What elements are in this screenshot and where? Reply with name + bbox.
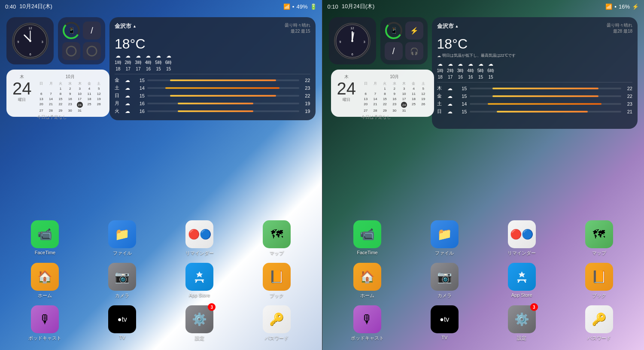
settings-icon-left[interactable]: ⚙️ 3: [185, 305, 213, 333]
left-clock-svg: 12 3 6 9: [13, 24, 48, 58]
app-home-left[interactable]: 🏠 ホーム: [28, 263, 62, 299]
svg-text:3: 3: [363, 40, 365, 43]
util-item-r3: /: [385, 42, 403, 60]
r-hourly-5: ☁ 5時 15: [477, 61, 484, 79]
app-facetime-left[interactable]: 📹 FaceTime: [28, 220, 62, 255]
left-weather-city: 金沢市 ▲: [115, 22, 137, 30]
svg-text:📱: 📱: [68, 27, 76, 34]
right-status-right: 📶 ▪ 16% ⚡: [605, 3, 639, 10]
files-icon-left[interactable]: 📁: [108, 220, 136, 248]
hourly-2: ☁ 2時 17: [125, 53, 132, 71]
maps-icon-left[interactable]: 🗺: [263, 220, 291, 248]
app-reminders-right[interactable]: 🔴🔵 リマインダー: [504, 220, 539, 256]
left-screen: 0:40 10月24日(木) 📶 ▪ 49% 🔋 12 3 6 9: [0, 0, 322, 350]
right-battery-pct: 16%: [619, 3, 630, 10]
home-icon-left[interactable]: 🏠: [31, 263, 59, 291]
reminders-icon-right[interactable]: 🔴🔵: [508, 220, 536, 248]
daily-row-4: 月 ☁ 16 19: [115, 100, 310, 107]
reminders-icon-left[interactable]: 🔴🔵: [185, 220, 213, 248]
right-cal-days: 日 月 火 水 木 金 土 1 2 3 4 5 6 7 8 9 10 11: [361, 81, 428, 113]
app-facetime-right[interactable]: 📹 FaceTime: [350, 220, 384, 255]
left-app-grid: 📹 FaceTime 📁 ファイル 🔴🔵 リマインダー 🗺: [6, 220, 316, 341]
camera-icon-left[interactable]: 📷: [108, 263, 136, 291]
slash-icon: /: [91, 26, 93, 36]
app-camera-left[interactable]: 📷 カメラ: [105, 263, 140, 299]
right-weather-hourly: ☁ 1時 18 ☁ 2時 17 ☁ 3時 16 ☁ 4時 16: [437, 61, 633, 82]
tv-icon-right[interactable]: ●tv: [431, 305, 459, 333]
left-weather-header: 金沢市 ▲ 曇り時々晴れ 最22 最15: [115, 22, 310, 34]
app-books-left[interactable]: 📙 ブック: [260, 263, 294, 299]
app-reminders-left[interactable]: 🔴🔵 リマインダー: [182, 220, 217, 256]
appstore-svg-left: [192, 269, 207, 284]
util-item-1: 📱: [62, 21, 80, 40]
app-books-right[interactable]: 📙 ブック: [582, 263, 616, 299]
books-icon-left[interactable]: 📙: [263, 263, 291, 291]
camera-icon-right[interactable]: 📷: [431, 263, 459, 291]
app-appstore-right[interactable]: App Store: [504, 263, 539, 298]
app-passwords-right[interactable]: 🔑 パスワード: [582, 305, 616, 341]
svg-point-7: [29, 40, 31, 42]
util-ring-1-svg: 📱: [62, 21, 80, 40]
podcasts-icon-right[interactable]: 🎙: [353, 305, 381, 333]
settings-icon-right[interactable]: ⚙️ 3: [508, 305, 536, 333]
svg-text:6: 6: [29, 52, 31, 56]
daily-row-2: 土 ☁ 14 23: [115, 85, 310, 91]
appstore-icon-right[interactable]: [508, 263, 536, 291]
app-tv-left[interactable]: ●tv TV: [105, 305, 140, 340]
home-icon-right[interactable]: 🏠: [353, 263, 381, 291]
files-icon-right[interactable]: 📁: [431, 220, 459, 248]
passwords-icon-left[interactable]: 🔑: [263, 305, 291, 333]
right-screen: 0:10 10月24日(木) 📶 ▪ 16% ⚡ 12 3 6 9: [322, 0, 644, 350]
app-home-right[interactable]: 🏠 ホーム: [350, 263, 384, 299]
facetime-icon-right[interactable]: 📹: [353, 220, 381, 248]
app-settings-left[interactable]: ⚙️ 3 設定: [182, 305, 217, 341]
app-camera-right[interactable]: 📷 カメラ: [427, 263, 462, 299]
left-app-row-1: 📹 FaceTime 📁 ファイル 🔴🔵 リマインダー 🗺: [6, 220, 316, 256]
left-clock-face: 12 3 6 9: [12, 23, 49, 59]
left-date: 10月24日(木): [19, 3, 52, 10]
app-files-left[interactable]: 📁 ファイル: [105, 220, 140, 256]
app-passwords-left[interactable]: 🔑 パスワード: [260, 305, 294, 341]
right-weather-city: 金沢市 ▲: [437, 22, 459, 30]
app-maps-right[interactable]: 🗺 マップ: [582, 220, 616, 256]
app-maps-left[interactable]: 🗺 マップ: [260, 220, 294, 256]
books-icon-right[interactable]: 📙: [585, 263, 613, 291]
left-app-row-3: 🎙 ポッドキャスト ●tv TV ⚙️ 3 設定 🔑: [6, 305, 316, 341]
app-podcasts-right[interactable]: 🎙 ポッドキャスト: [350, 305, 384, 341]
hourly-4: ☁ 4時 16: [145, 53, 152, 71]
util-item-r4: 🎧: [405, 42, 423, 60]
hourly-6: ☁ 6時 15: [165, 53, 172, 71]
right-weather-note: ☁ 明日は気温が低下し、最高気温は22℃です: [437, 53, 633, 58]
r-hourly-1: ☁ 1時 18: [437, 61, 444, 79]
left-battery-pct: 49%: [296, 3, 307, 10]
util-item-3: [62, 42, 80, 60]
appstore-icon-left[interactable]: [185, 263, 213, 291]
location-arrow-icon: ▲: [133, 24, 137, 28]
app-settings-right[interactable]: ⚙️ 3 設定: [504, 305, 539, 341]
r-hourly-4: ☁ 4時 16: [467, 61, 474, 79]
left-cal-date-big: 木 24 曜日: [12, 74, 32, 113]
right-weather-header: 金沢市 ▲ 曇り時々晴れ 最28 最18: [437, 22, 633, 34]
app-appstore-left[interactable]: App Store: [182, 263, 217, 298]
r-daily-row-4: 日 ☁ 15 21: [437, 108, 633, 115]
right-battery-icon: ▪: [614, 3, 617, 10]
passwords-icon-right[interactable]: 🔑: [585, 305, 613, 333]
r-hourly-3: ☁ 3時 16: [457, 61, 464, 79]
app-podcasts-left[interactable]: 🎙 ポッドキャスト: [28, 305, 62, 341]
tv-icon-left[interactable]: ●tv: [108, 305, 136, 333]
app-tv-right[interactable]: ●tv TV: [427, 305, 462, 340]
maps-icon-right[interactable]: 🗺: [585, 220, 613, 248]
podcasts-icon-left[interactable]: 🎙: [31, 305, 59, 333]
right-time: 0:10: [328, 3, 338, 10]
left-status-bar: 0:40 10月24日(木) 📶 ▪ 49% 🔋: [0, 0, 322, 13]
right-date: 10月24日(木): [342, 3, 375, 10]
right-clock-svg: 12 3 6 9: [335, 24, 370, 58]
left-time: 0:40: [5, 3, 16, 10]
facetime-icon-left[interactable]: 📹: [31, 220, 59, 248]
right-wifi-icon: 📶: [605, 3, 612, 10]
util-item-4: [83, 42, 101, 60]
svg-text:12: 12: [350, 26, 354, 30]
app-files-right[interactable]: 📁 ファイル: [427, 220, 462, 256]
appstore-svg-right: [514, 269, 529, 284]
battery-icon-small: ⚡: [410, 27, 419, 35]
